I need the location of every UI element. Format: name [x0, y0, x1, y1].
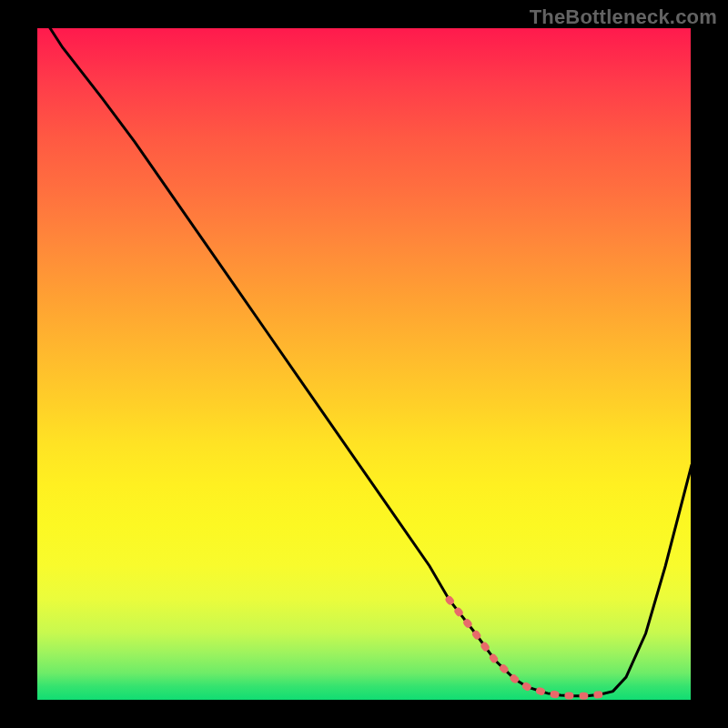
chart-frame: TheBottleneck.com [0, 0, 728, 728]
plot-background-gradient [36, 27, 692, 701]
plot-area [36, 27, 692, 701]
watermark-text: TheBottleneck.com [530, 5, 717, 29]
